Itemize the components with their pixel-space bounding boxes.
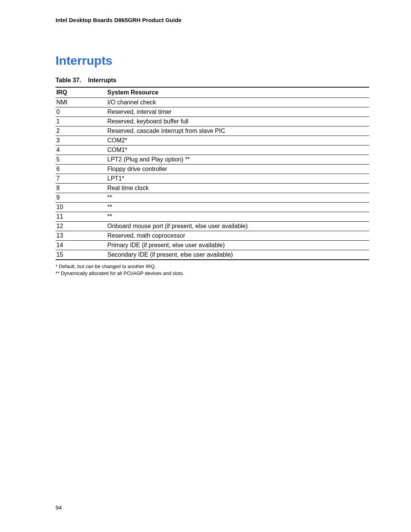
table-row: 1 Reserved, keyboard buffer full — [56, 117, 369, 126]
table-row: 2 Reserved, cascade interrupt from slave… — [56, 126, 369, 136]
cell-irq: 6 — [56, 165, 107, 174]
page-number: 94 — [56, 504, 62, 511]
cell-resource: Reserved, interval timer — [107, 107, 369, 117]
table-row: 5 LPT2 (Plug and Play option) ** — [56, 155, 369, 165]
table-row: 13 Reserved, math coprocessor — [56, 231, 369, 241]
cell-irq: 10 — [56, 203, 107, 212]
col-header-resource: System Resource — [107, 87, 369, 98]
table-row: 0 Reserved, interval timer — [56, 107, 369, 117]
table-row: NMI I/O channel check — [56, 98, 369, 107]
table-row: 6 Floppy drive controller — [56, 165, 369, 174]
cell-resource: Reserved, cascade interrupt from slave P… — [107, 126, 369, 136]
col-header-irq: IRQ — [56, 87, 107, 98]
table-caption: Table 37.Interrupts — [56, 77, 369, 84]
table-caption-title: Interrupts — [88, 77, 116, 83]
cell-irq: 14 — [56, 241, 107, 250]
cell-irq: 1 — [56, 117, 107, 126]
cell-irq: 4 — [56, 145, 107, 155]
table-row: 3 COM2* — [56, 136, 369, 145]
cell-resource: Reserved, keyboard buffer full — [107, 117, 369, 126]
cell-resource: ** — [107, 193, 369, 203]
running-header: Intel Desktop Boards D865GRH Product Gui… — [56, 17, 369, 23]
table-row: 10 ** — [56, 203, 369, 212]
footnote-2: ** Dynamically allocated for all PCI/AGP… — [56, 270, 369, 277]
cell-resource: Secondary IDE (if present, else user ava… — [107, 250, 369, 260]
table-header-row: IRQ System Resource — [56, 87, 369, 98]
cell-irq: 0 — [56, 107, 107, 117]
interrupts-table: IRQ System Resource NMI I/O channel chec… — [56, 87, 369, 260]
cell-irq: 15 — [56, 250, 107, 260]
cell-resource: LPT1* — [107, 174, 369, 184]
footnote-1: * Default, but can be changed to another… — [56, 263, 369, 270]
table-row: 7 LPT1* — [56, 174, 369, 184]
cell-resource: Floppy drive controller — [107, 165, 369, 174]
table-row: 14 Primary IDE (if present, else user av… — [56, 241, 369, 250]
cell-resource: ** — [107, 212, 369, 222]
cell-resource: Onboard mouse port (if present, else use… — [107, 222, 369, 231]
cell-resource: Real time clock — [107, 184, 369, 193]
cell-irq: 12 — [56, 222, 107, 231]
footnotes: * Default, but can be changed to another… — [56, 263, 369, 277]
cell-resource: ** — [107, 203, 369, 212]
cell-irq: 2 — [56, 126, 107, 136]
cell-resource: Reserved, math coprocessor — [107, 231, 369, 241]
cell-resource: LPT2 (Plug and Play option) ** — [107, 155, 369, 165]
cell-resource: COM2* — [107, 136, 369, 145]
cell-irq: 13 — [56, 231, 107, 241]
cell-irq: 5 — [56, 155, 107, 165]
cell-irq: 8 — [56, 184, 107, 193]
table-row: 4 COM1* — [56, 145, 369, 155]
cell-irq: 11 — [56, 212, 107, 222]
page: Intel Desktop Boards D865GRH Product Gui… — [0, 0, 411, 532]
cell-irq: NMI — [56, 98, 107, 107]
table-row: 8 Real time clock — [56, 184, 369, 193]
table-row: 15 Secondary IDE (if present, else user … — [56, 250, 369, 260]
cell-resource: Primary IDE (if present, else user avail… — [107, 241, 369, 250]
section-heading-interrupts: Interrupts — [56, 54, 369, 68]
cell-irq: 3 — [56, 136, 107, 145]
table-row: 11 ** — [56, 212, 369, 222]
cell-resource: I/O channel check — [107, 98, 369, 107]
cell-resource: COM1* — [107, 145, 369, 155]
table-caption-number: Table 37. — [56, 77, 81, 83]
table-row: 12 Onboard mouse port (if present, else … — [56, 222, 369, 231]
cell-irq: 7 — [56, 174, 107, 184]
cell-irq: 9 — [56, 193, 107, 203]
table-row: 9 ** — [56, 193, 369, 203]
